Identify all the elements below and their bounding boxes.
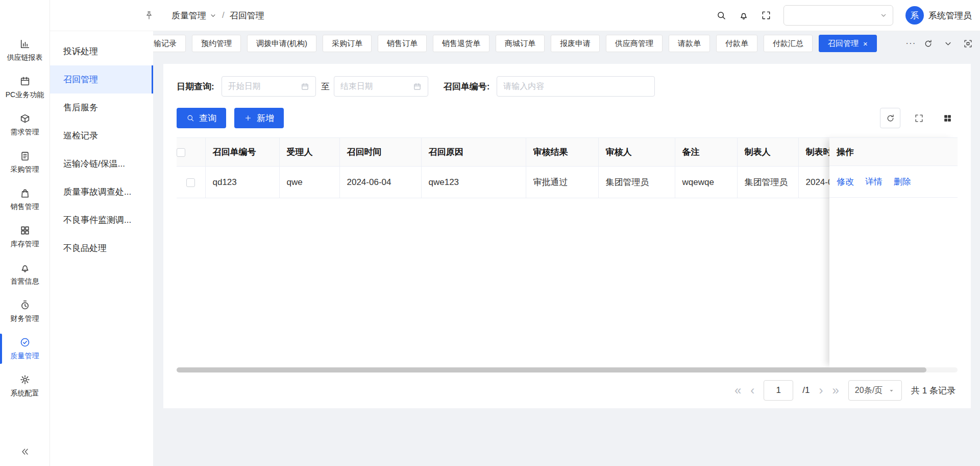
secondary-nav-item[interactable]: 运输冷链/保温... [50, 150, 153, 178]
primary-nav-item[interactable]: 供应链报表 [0, 32, 50, 69]
tab-item[interactable]: 商城订单 [496, 35, 545, 52]
primary-nav-item[interactable]: PC业务功能 [0, 69, 50, 106]
notifications-bell-icon[interactable] [739, 10, 749, 20]
primary-nav-item[interactable]: 库存管理 [0, 218, 50, 255]
secondary-nav-item[interactable]: 质量事故调查处... [50, 178, 153, 206]
tab-label: 销售退货单 [442, 39, 480, 49]
demand-icon [19, 113, 31, 124]
current-page-input[interactable]: 1 [764, 380, 793, 401]
maximize-content-icon[interactable] [963, 39, 973, 49]
primary-nav-item[interactable]: 销售管理 [0, 181, 50, 218]
tabs-dropdown-icon[interactable] [943, 39, 953, 49]
row-select-cell [177, 167, 205, 198]
actions-column-header: 操作 [829, 137, 958, 166]
horizontal-scrollbar[interactable] [177, 367, 958, 372]
header-select[interactable] [783, 5, 893, 26]
select-all-checkbox[interactable] [177, 148, 185, 157]
avatar[interactable]: 系 [905, 6, 924, 25]
calendar-icon [19, 76, 31, 87]
prev-page-button[interactable]: ‹ [750, 384, 754, 397]
refresh-tabs-icon[interactable] [923, 39, 933, 49]
secondary-sidebar: 投诉处理召回管理售后服务巡检记录运输冷链/保温...质量事故调查处...不良事件… [50, 31, 153, 466]
tab-item[interactable]: 付款单 [716, 35, 757, 52]
next-page-button[interactable]: › [819, 384, 823, 397]
filter-row: 日期查询: 开始日期 至 结束日期 召回单编号: 请输入内容 [177, 76, 958, 97]
tab-label: 商城订单 [505, 39, 535, 49]
page-size-select[interactable]: 20条/页 [848, 380, 902, 401]
tab-item[interactable]: 预约管理 [192, 35, 241, 52]
primary-nav-item[interactable]: 首营信息 [0, 255, 50, 293]
content: 日期查询: 开始日期 至 结束日期 召回单编号: 请输入内容 [153, 56, 980, 466]
table-cell: 2024-06-04 [339, 167, 421, 198]
tab-item[interactable]: 召回管理× [819, 35, 877, 52]
select-chevron-down-icon [879, 11, 888, 19]
secondary-nav-item[interactable]: 召回管理 [50, 65, 153, 94]
topbar: 质量管理 / 召回管理 系 系统管理员 [0, 0, 980, 31]
pagination: « ‹ 1 /1 › » 20条/页 共 1 条记录 [177, 372, 958, 408]
quality-icon [19, 337, 31, 348]
global-search-icon[interactable] [716, 10, 726, 20]
fullscreen-icon[interactable] [761, 10, 771, 20]
tab-label: 预约管理 [201, 39, 232, 49]
primary-nav-item[interactable]: 需求管理 [0, 106, 50, 144]
secondary-nav-item[interactable]: 售后服务 [50, 94, 153, 122]
table-cell: qwe [279, 167, 339, 198]
end-date-input[interactable]: 结束日期 [334, 76, 428, 97]
tab-item[interactable]: 付款汇总 [764, 35, 813, 52]
column-header: 备注 [675, 138, 737, 167]
sidebar-collapse-button[interactable] [0, 438, 50, 466]
primary-nav-label: 质量管理 [11, 352, 39, 361]
start-date-input[interactable]: 开始日期 [222, 76, 316, 97]
add-button[interactable]: 新增 [234, 108, 284, 128]
pinned-actions-column: 操作 修改详情删除 [829, 137, 958, 367]
tab-label: 召回管理 [828, 39, 859, 49]
tab-item[interactable]: 请款单 [669, 35, 710, 52]
tab-item[interactable]: 供应商管理 [606, 35, 663, 52]
primary-nav-item[interactable]: 系统配置 [0, 367, 50, 405]
column-header: 召回原因 [421, 138, 526, 167]
secondary-nav-item[interactable]: 投诉处理 [50, 37, 153, 65]
primary-nav-label: 供应链报表 [7, 53, 43, 62]
primary-nav-item[interactable]: 采购管理 [0, 144, 50, 181]
refresh-table-button[interactable] [880, 108, 900, 128]
tab-item[interactable]: 采购订单 [323, 35, 372, 52]
secondary-nav-item[interactable]: 巡检记录 [50, 122, 153, 150]
tab-item[interactable]: 销售退货单 [433, 35, 489, 52]
tab-close-icon[interactable]: × [863, 40, 868, 48]
detail-action-link[interactable]: 详情 [865, 176, 883, 188]
primary-sidebar-items: 供应链报表PC业务功能需求管理采购管理销售管理库存管理首营信息财务管理质量管理系… [0, 32, 50, 405]
fullscreen-table-button[interactable] [909, 108, 929, 128]
tab-item[interactable]: 调拨申请(机构) [247, 35, 316, 52]
breadcrumb-section[interactable]: 质量管理 [172, 10, 206, 21]
secondary-nav-item[interactable]: 不良事件监测调... [50, 206, 153, 234]
row-checkbox[interactable] [186, 178, 195, 187]
tab-item[interactable]: 销售订单 [378, 35, 427, 52]
app: 质量管理 / 召回管理 系 系统管理员 供应链报表PC业务功能需求管理采购管理销… [0, 0, 980, 466]
finance-icon [19, 299, 31, 311]
secondary-nav-item[interactable]: 不良品处理 [50, 234, 153, 262]
tab-item[interactable]: 报废申请 [551, 35, 600, 52]
table-cell: wqewqe [675, 167, 737, 198]
primary-nav-item[interactable]: 财务管理 [0, 293, 50, 330]
more-tabs-button[interactable]: ... [906, 36, 916, 46]
edit-action-link[interactable]: 修改 [837, 176, 854, 188]
last-page-button[interactable]: » [832, 384, 839, 397]
primary-nav-item[interactable]: 质量管理 [0, 330, 50, 367]
add-button-label: 新增 [257, 112, 274, 124]
pin-icon[interactable] [144, 10, 154, 20]
select-all-cell [177, 138, 205, 167]
chevron-down-icon [209, 12, 217, 19]
tabs: 运输记录预约管理调拨申请(机构)采购订单销售订单销售退货单商城订单报废申请供应商… [137, 34, 901, 53]
first-page-button[interactable]: « [734, 384, 741, 397]
delete-action-link[interactable]: 删除 [894, 176, 911, 188]
main-area: 运输记录预约管理调拨申请(机构)采购订单销售订单销售退货单商城订单报废申请供应商… [153, 31, 980, 466]
end-date-placeholder: 结束日期 [340, 81, 373, 92]
table-cell: 集团管理员 [737, 167, 798, 198]
tab-label: 请款单 [678, 39, 701, 49]
column-settings-button[interactable] [937, 108, 958, 128]
search-button[interactable]: 查询 [177, 108, 226, 128]
recall-no-input[interactable]: 请输入内容 [497, 76, 655, 97]
tab-label: 采购订单 [332, 39, 362, 49]
scrollbar-thumb[interactable] [177, 367, 926, 372]
breadcrumb-current: 召回管理 [230, 10, 264, 21]
